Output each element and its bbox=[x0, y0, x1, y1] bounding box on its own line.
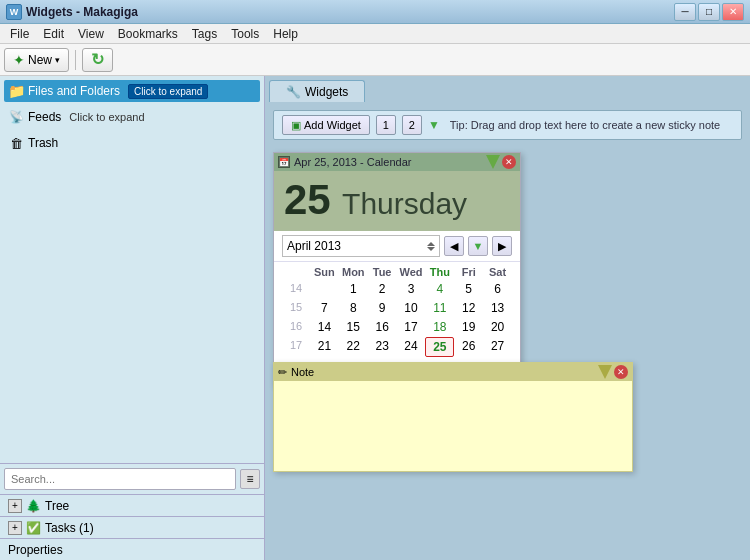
cal-day-7[interactable]: 7 bbox=[310, 299, 339, 317]
note-title-bar: ✏ Note ✕ bbox=[274, 363, 632, 381]
minimize-button[interactable]: ─ bbox=[674, 3, 696, 21]
calendar-month-select[interactable]: April 2013 bbox=[282, 235, 440, 257]
calendar-month-spinner bbox=[427, 242, 435, 251]
month-up-icon[interactable] bbox=[427, 242, 435, 246]
cal-day-6[interactable]: 6 bbox=[483, 280, 512, 298]
cal-day-19[interactable]: 19 bbox=[454, 318, 483, 336]
search-bar: ≡ bbox=[0, 464, 264, 494]
cal-day-25-today[interactable]: 25 bbox=[425, 337, 454, 357]
cal-day-blank1[interactable] bbox=[310, 280, 339, 298]
cal-week-14: 14 1 2 3 4 5 6 bbox=[282, 280, 512, 298]
cal-day-27[interactable]: 27 bbox=[483, 337, 512, 357]
calendar-close-button[interactable]: ✕ bbox=[502, 155, 516, 169]
widgets-tab[interactable]: 🔧 Widgets bbox=[269, 80, 365, 102]
tab-tree[interactable]: + 🌲 Tree bbox=[0, 494, 264, 516]
trash-label: Trash bbox=[28, 136, 58, 150]
menu-help[interactable]: Help bbox=[267, 25, 304, 43]
cal-day-20[interactable]: 20 bbox=[483, 318, 512, 336]
properties-label: Properties bbox=[8, 543, 63, 557]
cal-day-10[interactable]: 10 bbox=[397, 299, 426, 317]
new-button[interactable]: ✦ New ▾ bbox=[4, 48, 69, 72]
week-num-15: 15 bbox=[282, 299, 310, 317]
note-body[interactable] bbox=[274, 381, 632, 471]
tree-expand-icon[interactable]: + bbox=[8, 499, 22, 513]
header-mon: Mon bbox=[339, 266, 368, 278]
cal-day-9[interactable]: 9 bbox=[368, 299, 397, 317]
menu-view[interactable]: View bbox=[72, 25, 110, 43]
calendar-corner-icon: 📅 bbox=[278, 156, 290, 168]
calendar-header: 25 Thursday bbox=[274, 171, 520, 231]
cal-day-14[interactable]: 14 bbox=[310, 318, 339, 336]
page-1-button[interactable]: 1 bbox=[376, 115, 396, 135]
new-dropdown-icon: ▾ bbox=[55, 55, 60, 65]
folder-icon: 📁 bbox=[8, 83, 24, 99]
note-widget: ✏ Note ✕ bbox=[273, 362, 633, 472]
cal-day-8[interactable]: 8 bbox=[339, 299, 368, 317]
menu-file[interactable]: File bbox=[4, 25, 35, 43]
note-title-left: ✏ Note bbox=[278, 366, 314, 379]
cal-day-5[interactable]: 5 bbox=[454, 280, 483, 298]
cal-day-3[interactable]: 3 bbox=[397, 280, 426, 298]
feeds-label: Feeds bbox=[28, 110, 61, 124]
trash-icon: 🗑 bbox=[8, 135, 24, 151]
cal-week-17: 17 21 22 23 24 25 26 27 bbox=[282, 337, 512, 357]
cal-day-18[interactable]: 18 bbox=[425, 318, 454, 336]
sidebar-item-files[interactable]: 📁 Files and Folders Click to expand bbox=[4, 80, 260, 102]
cal-day-24[interactable]: 24 bbox=[397, 337, 426, 357]
calendar-prev-button[interactable]: ◀ bbox=[444, 236, 464, 256]
title-bar-controls: ─ □ ✕ bbox=[674, 3, 744, 21]
add-widget-label: Add Widget bbox=[304, 119, 361, 131]
cal-day-21[interactable]: 21 bbox=[310, 337, 339, 357]
note-dropdown-icon[interactable] bbox=[598, 365, 612, 379]
cal-day-26[interactable]: 26 bbox=[454, 337, 483, 357]
maximize-button[interactable]: □ bbox=[698, 3, 720, 21]
files-expand-btn[interactable]: Click to expand bbox=[128, 84, 208, 99]
calendar-next-button[interactable]: ▶ bbox=[492, 236, 512, 256]
cal-week-15: 15 7 8 9 10 11 12 13 bbox=[282, 299, 512, 317]
cal-day-23[interactable]: 23 bbox=[368, 337, 397, 357]
calendar-dropdown-icon[interactable] bbox=[486, 155, 500, 169]
cal-day-22[interactable]: 22 bbox=[339, 337, 368, 357]
cal-day-2[interactable]: 2 bbox=[368, 280, 397, 298]
calendar-title-text: Apr 25, 2013 - Calendar bbox=[294, 156, 411, 168]
menu-bookmarks[interactable]: Bookmarks bbox=[112, 25, 184, 43]
cal-day-4[interactable]: 4 bbox=[425, 280, 454, 298]
cal-day-11[interactable]: 11 bbox=[425, 299, 454, 317]
calendar-today-button[interactable]: ▼ bbox=[468, 236, 488, 256]
search-menu-button[interactable]: ≡ bbox=[240, 469, 260, 489]
cal-day-13[interactable]: 13 bbox=[483, 299, 512, 317]
note-controls: ✕ bbox=[598, 365, 628, 379]
widget-toolbar: ▣ Add Widget 1 2 ▼ Tip: Drag and drop te… bbox=[273, 110, 742, 140]
note-close-button[interactable]: ✕ bbox=[614, 365, 628, 379]
header-thu: Thu bbox=[425, 266, 454, 278]
cal-day-16[interactable]: 16 bbox=[368, 318, 397, 336]
add-widget-icon: ▣ bbox=[291, 119, 301, 132]
title-bar-text: Widgets - Makagiga bbox=[26, 5, 138, 19]
menu-tags[interactable]: Tags bbox=[186, 25, 223, 43]
sidebar-item-trash[interactable]: 🗑 Trash bbox=[4, 132, 260, 154]
calendar-day-name: Thursday bbox=[342, 187, 467, 220]
toolbar-separator bbox=[75, 50, 76, 70]
left-panel: 📁 Files and Folders Click to expand 📡 Fe… bbox=[0, 76, 265, 560]
menu-tools[interactable]: Tools bbox=[225, 25, 265, 43]
search-input[interactable] bbox=[4, 468, 236, 490]
note-pencil-icon: ✏ bbox=[278, 366, 287, 379]
tree-icon: 🌲 bbox=[26, 499, 41, 513]
refresh-button[interactable]: ↻ bbox=[82, 48, 113, 72]
sidebar-item-feeds[interactable]: 📡 Feeds Click to expand bbox=[4, 106, 260, 128]
left-bottom: ≡ + 🌲 Tree + ✅ Tasks (1) Properties bbox=[0, 463, 264, 560]
menu-edit[interactable]: Edit bbox=[37, 25, 70, 43]
tab-tasks[interactable]: + ✅ Tasks (1) bbox=[0, 516, 264, 538]
cal-day-17[interactable]: 17 bbox=[397, 318, 426, 336]
month-down-icon[interactable] bbox=[427, 247, 435, 251]
cal-day-12[interactable]: 12 bbox=[454, 299, 483, 317]
menu-bar: File Edit View Bookmarks Tags Tools Help bbox=[0, 24, 750, 44]
tab-properties[interactable]: Properties bbox=[0, 538, 264, 560]
tasks-expand-icon[interactable]: + bbox=[8, 521, 22, 535]
add-widget-button[interactable]: ▣ Add Widget bbox=[282, 115, 370, 135]
cal-day-1[interactable]: 1 bbox=[339, 280, 368, 298]
cal-day-15[interactable]: 15 bbox=[339, 318, 368, 336]
close-button[interactable]: ✕ bbox=[722, 3, 744, 21]
main-layout: 📁 Files and Folders Click to expand 📡 Fe… bbox=[0, 76, 750, 560]
page-2-button[interactable]: 2 bbox=[402, 115, 422, 135]
